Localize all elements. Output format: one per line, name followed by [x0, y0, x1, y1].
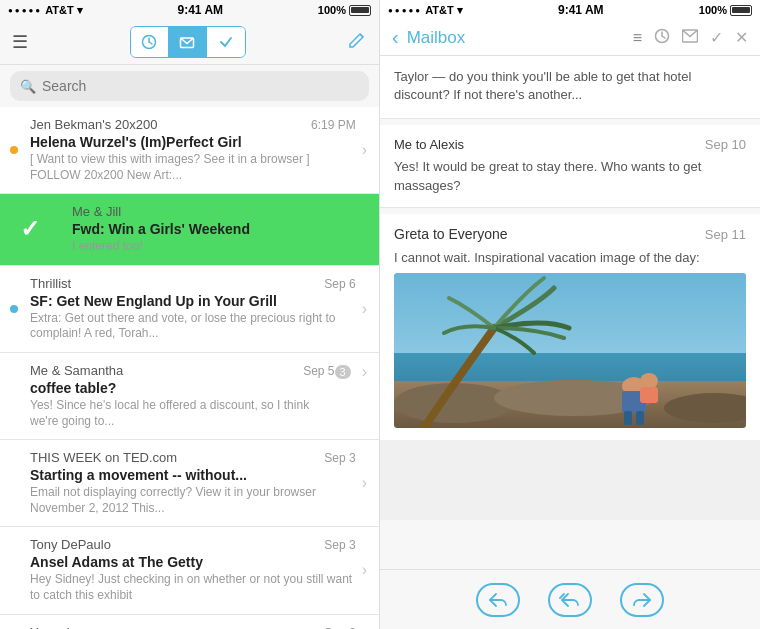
svg-line-2	[149, 42, 152, 44]
email-item-6[interactable]: Tony DePaulo Sep 3 Ansel Adams at The Ge…	[0, 527, 379, 614]
signal-dots-right: ●●●●●	[388, 6, 422, 15]
thread-message-3: Greta to Everyone Sep 11 I cannot wait. …	[380, 214, 760, 440]
email-subject-2: Fwd: Win a Girls' Weekend	[72, 221, 367, 237]
wifi-icon-left: ▾	[77, 4, 83, 17]
toolbar-right-actions: ≡ ✓ ✕	[633, 28, 748, 48]
email-subject-6: Ansel Adams at The Getty	[30, 554, 356, 570]
email-subject-1: Helena Wurzel's (Im)Perfect Girl	[30, 134, 356, 150]
list-icon[interactable]: ≡	[633, 29, 642, 47]
email-header-1: Jen Bekman's 20x200 6:19 PM	[30, 117, 356, 132]
email-preview-3: Extra: Get out there and vote, or lose t…	[30, 311, 356, 342]
email-item-2[interactable]: ✓ Me & Jill Fwd: Win a Girls' Weekend I …	[0, 194, 379, 266]
email-sender-5: THIS WEEK on TED.com	[30, 450, 177, 465]
chevron-4: ›	[362, 363, 367, 381]
battery-left: 100%	[318, 4, 371, 16]
svg-point-19	[640, 373, 658, 389]
email-preview-4: Yes! Since he's local he offered a disco…	[30, 398, 335, 429]
svg-line-4	[360, 34, 363, 37]
check-icon-2: ✓	[20, 215, 40, 243]
email-content-5: THIS WEEK on TED.com Sep 3 Starting a mo…	[30, 450, 356, 516]
wifi-icon-right: ▾	[457, 4, 463, 17]
reply-all-button[interactable]	[548, 583, 592, 617]
chevron-5: ›	[362, 474, 367, 492]
time-right: 9:41 AM	[558, 3, 604, 17]
thread-participants-2: Me to Alexis	[394, 137, 464, 152]
battery-right: 100%	[699, 4, 752, 16]
email-content-1: Jen Bekman's 20x200 6:19 PM Helena Wurze…	[30, 117, 356, 183]
email-item-3[interactable]: Thrillist Sep 6 SF: Get New England Up i…	[0, 266, 379, 353]
email-item-5[interactable]: THIS WEEK on TED.com Sep 3 Starting a mo…	[0, 440, 379, 527]
tab-group	[130, 26, 246, 58]
carrier-signal-left: ●●●●● AT&T ▾	[8, 4, 83, 17]
email-sender-2: Me & Jill	[72, 204, 121, 219]
email-item-7[interactable]: Yummly Sep 3 Most Popular Recipes this W…	[0, 615, 379, 629]
thread-message-2: Me to Alexis Sep 10 Yes! It would be gre…	[380, 125, 760, 207]
email-item-1[interactable]: Jen Bekman's 20x200 6:19 PM Helena Wurze…	[0, 107, 379, 194]
email-sender-1: Jen Bekman's 20x200	[30, 117, 158, 132]
tab-clock[interactable]	[131, 27, 169, 57]
clock-icon-right[interactable]	[654, 28, 670, 48]
search-input[interactable]	[42, 78, 359, 94]
svg-rect-18	[636, 411, 644, 425]
email-thread: Taylor — do you think you'll be able to …	[380, 56, 760, 569]
email-content-3: Thrillist Sep 6 SF: Get New England Up i…	[30, 276, 356, 342]
unread-dot-1	[10, 146, 18, 154]
unread-dot-3	[10, 305, 18, 313]
email-preview-5: Email not displaying correctly? View it …	[30, 485, 356, 516]
email-content-7: Yummly Sep 3 Most Popular Recipes this W…	[30, 625, 356, 629]
forward-button[interactable]	[620, 583, 664, 617]
battery-icon-left	[349, 5, 371, 16]
compose-icon[interactable]	[347, 30, 367, 55]
thread-date-2: Sep 10	[705, 137, 746, 152]
email-subject-3: SF: Get New England Up in Your Grill	[30, 293, 356, 309]
time-left: 9:41 AM	[177, 3, 223, 17]
date-badge-4: Sep 5	[295, 364, 334, 378]
thread-participants-3: Greta to Everyone	[394, 226, 508, 242]
email-header-3: Thrillist Sep 6	[30, 276, 356, 291]
email-content-4: Me & Samantha Sep 5 coffee table? Yes! S…	[30, 363, 335, 429]
email-item-4[interactable]: Me & Samantha Sep 5 coffee table? Yes! S…	[0, 353, 379, 440]
toolbar-right: ‹ Mailbox ≡ ✓ ✕	[380, 20, 760, 56]
reply-button[interactable]	[476, 583, 520, 617]
tab-check[interactable]	[207, 27, 245, 57]
right-panel: ●●●●● AT&T ▾ 9:41 AM 100% ‹ Mailbox ≡	[380, 0, 760, 629]
chevron-1: ›	[362, 141, 367, 159]
email-date-5: Sep 3	[324, 451, 355, 465]
inbox-icon-right[interactable]	[682, 29, 698, 47]
svg-line-7	[662, 36, 665, 38]
thread-date-3: Sep 11	[705, 227, 746, 242]
email-sender-6: Tony DePaulo	[30, 537, 111, 552]
status-bar-left: ●●●●● AT&T ▾ 9:41 AM 100%	[0, 0, 379, 20]
status-bar-right: ●●●●● AT&T ▾ 9:41 AM 100%	[380, 0, 760, 20]
email-content-2: Me & Jill Fwd: Win a Girls' Weekend I en…	[72, 204, 367, 255]
close-icon-right[interactable]: ✕	[735, 28, 748, 47]
search-icon: 🔍	[20, 79, 36, 94]
thread-body-3: I cannot wait. Inspirational vacation im…	[394, 250, 746, 265]
email-sender-4: Me & Samantha	[30, 363, 123, 378]
signal-dots: ●●●●●	[8, 6, 42, 15]
count-badge-4: 3	[335, 365, 351, 379]
chevron-6: ›	[362, 561, 367, 579]
search-bar[interactable]: 🔍	[10, 71, 369, 101]
email-header-6: Tony DePaulo Sep 3	[30, 537, 356, 552]
email-date-3: Sep 6	[324, 277, 355, 291]
email-header-2: Me & Jill	[72, 204, 367, 219]
hamburger-icon[interactable]: ☰	[12, 31, 28, 53]
svg-rect-20	[640, 387, 658, 403]
thread-message-1: Taylor — do you think you'll be able to …	[380, 56, 760, 119]
palm-svg	[394, 273, 746, 428]
email-subject-4: coffee table?	[30, 380, 335, 396]
email-header-5: THIS WEEK on TED.com Sep 3	[30, 450, 356, 465]
back-button[interactable]: ‹	[392, 26, 399, 49]
left-panel: ●●●●● AT&T ▾ 9:41 AM 100% ☰	[0, 0, 380, 629]
thread-body-1: Taylor — do you think you'll be able to …	[394, 68, 746, 104]
checkmark-icon-right[interactable]: ✓	[710, 28, 723, 47]
chevron-3: ›	[362, 300, 367, 318]
thread-header-2: Me to Alexis Sep 10	[394, 137, 746, 152]
carrier-left: AT&T	[45, 4, 74, 16]
tab-inbox[interactable]	[169, 27, 207, 57]
email-date-4: Sep 5	[303, 364, 334, 378]
email-header-7: Yummly Sep 3	[30, 625, 356, 629]
email-content-6: Tony DePaulo Sep 3 Ansel Adams at The Ge…	[30, 537, 356, 603]
bottom-actions	[380, 569, 760, 629]
